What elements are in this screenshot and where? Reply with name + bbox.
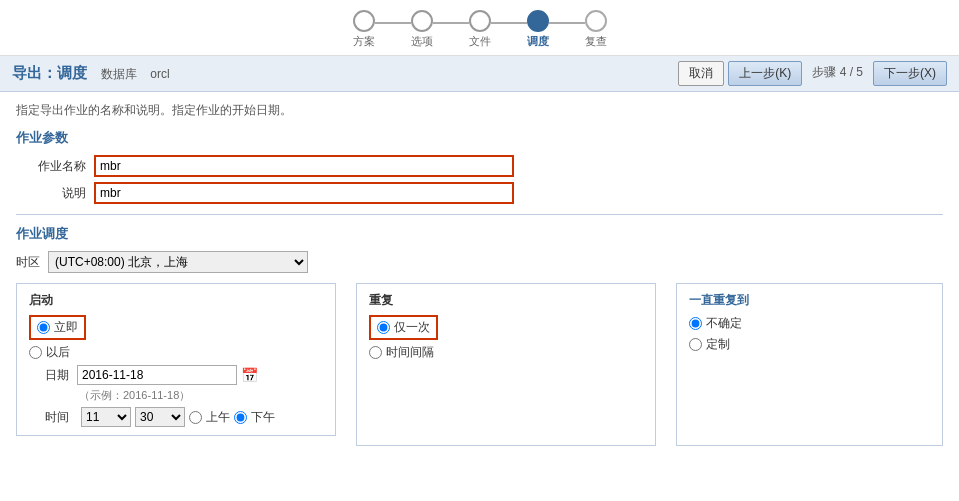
tz-label: 时区 (16, 254, 40, 271)
back-button[interactable]: 上一步(K) (728, 61, 802, 86)
job-desc-row: 说明 (16, 182, 943, 204)
indefinite-radio[interactable] (689, 317, 702, 330)
wizard-nav: 方案 选项 文件 调度 复查 (0, 0, 959, 56)
step-info: 步骤 4 / 5 (806, 61, 869, 86)
step-circle-5 (585, 10, 607, 32)
once-radio-row: 仅一次 (369, 315, 643, 340)
tz-select[interactable]: (UTC+08:00) 北京，上海 (48, 251, 308, 273)
description-text: 指定导出作业的名称和说明。指定作业的开始日期。 (16, 102, 943, 119)
job-name-input[interactable] (94, 155, 514, 177)
job-schedule-title: 作业调度 (16, 225, 943, 243)
custom-radio[interactable] (689, 338, 702, 351)
am-label[interactable]: 上午 (206, 409, 230, 426)
job-desc-label: 说明 (16, 185, 86, 202)
step-circle-2 (411, 10, 433, 32)
start-section: 启动 立即 以后 日期 📅 (16, 283, 336, 436)
once-label[interactable]: 仅一次 (394, 319, 430, 336)
header-left: 导出：调度 数据库 orcl (12, 64, 170, 83)
step-label-1: 方案 (353, 34, 375, 49)
header-bar: 导出：调度 数据库 orcl 取消 上一步(K) 步骤 4 / 5 下一步(X) (0, 56, 959, 92)
db-value: orcl (150, 67, 169, 81)
wizard-step-fucha: 复查 (585, 10, 607, 49)
step-label-2: 选项 (411, 34, 433, 49)
step-circle-4 (527, 10, 549, 32)
tz-row: 时区 (UTC+08:00) 北京，上海 (16, 251, 943, 273)
step-label-3: 文件 (469, 34, 491, 49)
start-title: 启动 (29, 292, 323, 309)
section-divider-1 (16, 214, 943, 215)
connector-3 (491, 22, 527, 24)
once-repeat-section: 一直重复到 不确定 定制 (676, 283, 943, 446)
content-area: 指定导出作业的名称和说明。指定作业的开始日期。 作业参数 作业名称 说明 作业调… (0, 92, 959, 462)
interval-radio-row: 时间间隔 (369, 344, 643, 361)
indefinite-radio-row: 不确定 (689, 315, 930, 332)
step-circle-3 (469, 10, 491, 32)
connector-2 (433, 22, 469, 24)
db-label: 数据库 (101, 67, 137, 81)
minute-select[interactable]: 30 (135, 407, 185, 427)
interval-label[interactable]: 时间间隔 (386, 344, 434, 361)
hour-select[interactable]: 11 (81, 407, 131, 427)
bottom-sections: 启动 立即 以后 日期 📅 (16, 283, 943, 446)
connector-1 (375, 22, 411, 24)
pm-radio[interactable] (234, 411, 247, 424)
indefinite-label[interactable]: 不确定 (706, 315, 742, 332)
connector-4 (549, 22, 585, 24)
job-name-label: 作业名称 (16, 158, 86, 175)
wizard-step-wenjian: 文件 (469, 10, 491, 49)
wizard-step-fangan: 方案 (353, 10, 375, 49)
once-repeat-title: 一直重复到 (689, 292, 930, 309)
later-radio-row: 以后 (29, 344, 323, 361)
repeat-title: 重复 (369, 292, 643, 309)
immediate-label[interactable]: 立即 (54, 319, 78, 336)
once-radio-highlight: 仅一次 (369, 315, 438, 340)
date-input[interactable] (77, 365, 237, 385)
later-radio[interactable] (29, 346, 42, 359)
step-circle-1 (353, 10, 375, 32)
interval-radio[interactable] (369, 346, 382, 359)
wizard-step-xuanxiang: 选项 (411, 10, 433, 49)
time-label: 时间 (45, 409, 77, 426)
header-actions: 取消 上一步(K) 步骤 4 / 5 下一步(X) (678, 61, 947, 86)
date-hint: （示例：2016-11-18） (79, 388, 323, 403)
page-title: 导出：调度 (12, 64, 87, 81)
job-desc-input[interactable] (94, 182, 514, 204)
pm-label[interactable]: 下午 (251, 409, 275, 426)
immediate-radio-highlight: 立即 (29, 315, 86, 340)
step-label-5: 复查 (585, 34, 607, 49)
wizard-step-tiaodu: 调度 (527, 10, 549, 49)
repeat-section: 重复 仅一次 时间间隔 (356, 283, 656, 446)
am-radio[interactable] (189, 411, 202, 424)
cancel-button[interactable]: 取消 (678, 61, 724, 86)
once-radio[interactable] (377, 321, 390, 334)
custom-radio-row: 定制 (689, 336, 930, 353)
later-label[interactable]: 以后 (46, 344, 70, 361)
custom-label[interactable]: 定制 (706, 336, 730, 353)
time-row: 时间 11 30 上午 下午 (45, 407, 323, 427)
job-params-title: 作业参数 (16, 129, 943, 147)
immediate-radio-row: 立即 (29, 315, 323, 340)
right-col: 重复 仅一次 时间间隔 一直重复 (356, 283, 943, 446)
job-name-row: 作业名称 (16, 155, 943, 177)
immediate-radio[interactable] (37, 321, 50, 334)
calendar-icon[interactable]: 📅 (241, 367, 258, 383)
page-wrapper: 方案 选项 文件 调度 复查 (0, 0, 959, 501)
wizard-steps: 方案 选项 文件 调度 复查 (353, 10, 607, 49)
step-label-4: 调度 (527, 34, 549, 49)
next-button[interactable]: 下一步(X) (873, 61, 947, 86)
date-label: 日期 (45, 367, 77, 384)
date-row: 日期 📅 (45, 365, 323, 385)
